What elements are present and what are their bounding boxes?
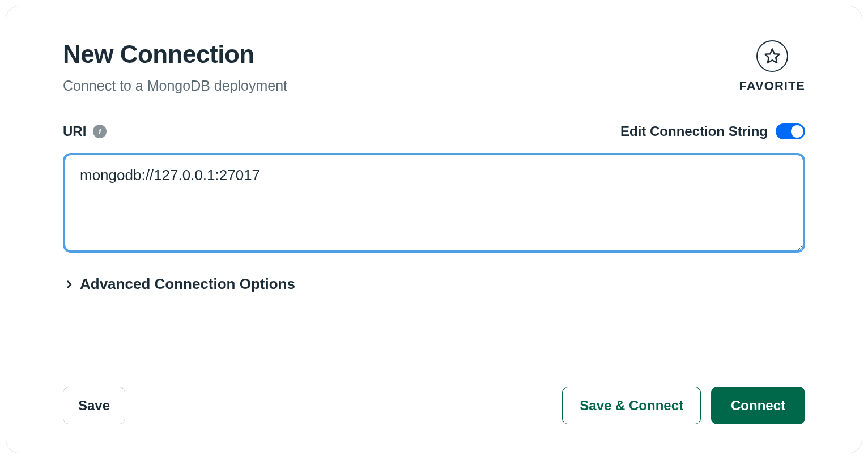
favorite-label: FAVORITE	[739, 79, 805, 93]
advanced-options-label: Advanced Connection Options	[80, 275, 295, 293]
page-subtitle: Connect to a MongoDB deployment	[63, 78, 287, 94]
save-connect-button[interactable]: Save & Connect	[562, 387, 701, 424]
svg-marker-0	[765, 49, 779, 63]
uri-input[interactable]	[63, 153, 805, 253]
uri-header-row: URI i Edit Connection String	[63, 123, 805, 139]
page-title: New Connection	[63, 40, 287, 69]
new-connection-panel: New Connection Connect to a MongoDB depl…	[6, 6, 862, 453]
save-button[interactable]: Save	[63, 387, 125, 424]
edit-connection-label: Edit Connection String	[620, 123, 768, 139]
connect-button[interactable]: Connect	[711, 387, 805, 424]
favorite-button[interactable]	[756, 40, 788, 72]
uri-label-group: URI i	[63, 123, 107, 139]
edit-connection-group: Edit Connection String	[620, 123, 805, 139]
title-block: New Connection Connect to a MongoDB depl…	[63, 40, 287, 94]
chevron-right-icon	[63, 278, 75, 291]
uri-label: URI	[63, 123, 86, 139]
star-icon	[764, 48, 781, 65]
footer-row: Save Save & Connect Connect	[63, 342, 805, 424]
advanced-options-toggle[interactable]: Advanced Connection Options	[63, 275, 805, 293]
footer-right-group: Save & Connect Connect	[562, 387, 805, 424]
header-row: New Connection Connect to a MongoDB depl…	[63, 40, 805, 94]
favorite-block: FAVORITE	[739, 40, 805, 93]
info-icon[interactable]: i	[93, 125, 107, 138]
edit-connection-toggle[interactable]	[776, 123, 805, 139]
